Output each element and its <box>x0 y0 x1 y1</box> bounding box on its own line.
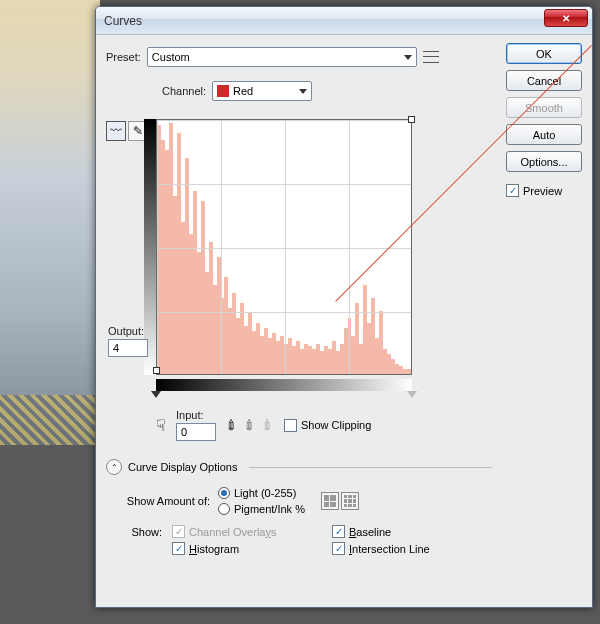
options-button[interactable]: Options... <box>506 151 582 172</box>
smooth-button: Smooth <box>506 97 582 118</box>
display-options-label: Curve Display Options <box>128 461 237 473</box>
grid-4x4-icon[interactable] <box>321 492 339 510</box>
window-title: Curves <box>104 14 142 28</box>
curve-line <box>157 120 411 374</box>
input-label: Input: <box>176 409 216 421</box>
preview-label: Preview <box>523 185 562 197</box>
light-radio[interactable] <box>218 487 230 499</box>
preset-dropdown[interactable]: Custom <box>147 47 417 67</box>
channel-overlays-checkbox <box>172 525 185 538</box>
preview-checkbox-row[interactable]: Preview <box>506 184 582 197</box>
cancel-button[interactable]: Cancel <box>506 70 582 91</box>
curves-graph[interactable] <box>156 119 412 375</box>
chevron-down-icon <box>404 55 412 60</box>
preview-checkbox[interactable] <box>506 184 519 197</box>
intersection-checkbox[interactable] <box>332 542 345 555</box>
baseline-checkbox[interactable] <box>332 525 345 538</box>
curve-point-black[interactable] <box>153 367 160 374</box>
titlebar[interactable]: Curves ✕ <box>96 7 592 35</box>
pigment-radio-row[interactable]: Pigment/Ink % <box>218 503 305 515</box>
input-gradient <box>156 379 412 391</box>
grid-10x10-icon[interactable] <box>341 492 359 510</box>
curves-dialog: Curves ✕ Preset: Custom OK Cancel Smooth… <box>95 6 593 608</box>
output-input[interactable]: 4 <box>108 339 148 357</box>
input-input[interactable]: 0 <box>176 423 216 441</box>
preset-value: Custom <box>152 51 190 63</box>
channel-color-swatch <box>217 85 229 97</box>
baseline-row[interactable]: Baseline <box>332 525 482 538</box>
curve-point-white[interactable] <box>408 116 415 123</box>
close-button[interactable]: ✕ <box>544 9 588 27</box>
hand-tool-icon[interactable]: ☟ <box>156 416 166 435</box>
histogram-row[interactable]: Histogram <box>172 542 322 555</box>
show-amount-label: Show Amount of: <box>106 495 210 507</box>
channel-value: Red <box>233 85 253 97</box>
show-clipping-row[interactable]: Show Clipping <box>284 419 371 432</box>
eyedropper-black-icon[interactable]: ✐ <box>222 415 242 435</box>
preset-menu-icon[interactable] <box>423 49 439 65</box>
output-label: Output: <box>108 325 156 337</box>
divider <box>249 467 492 468</box>
black-point-slider[interactable] <box>151 391 161 398</box>
eyedropper-white-icon[interactable]: ✐ <box>258 415 278 435</box>
curve-tool-icon[interactable]: 〰 <box>106 121 126 141</box>
channel-overlays-row: Channel Overlays <box>172 525 322 538</box>
chevron-down-icon <box>299 89 307 94</box>
preset-label: Preset: <box>106 51 141 63</box>
histogram-checkbox[interactable] <box>172 542 185 555</box>
ok-button[interactable]: OK <box>506 43 582 64</box>
channel-label: Channel: <box>162 85 206 97</box>
white-point-slider[interactable] <box>407 391 417 398</box>
light-radio-row[interactable]: Light (0-255) <box>218 487 305 499</box>
pigment-radio[interactable] <box>218 503 230 515</box>
show-clipping-label: Show Clipping <box>301 419 371 431</box>
auto-button[interactable]: Auto <box>506 124 582 145</box>
intersection-row[interactable]: Intersection Line <box>332 542 482 555</box>
show-clipping-checkbox[interactable] <box>284 419 297 432</box>
chevron-up-icon: ⌃ <box>106 459 122 475</box>
eyedropper-gray-icon[interactable]: ✐ <box>240 415 260 435</box>
show-label: Show: <box>106 526 162 538</box>
display-options-toggle[interactable]: ⌃ Curve Display Options <box>106 459 492 475</box>
channel-dropdown[interactable]: Red <box>212 81 312 101</box>
